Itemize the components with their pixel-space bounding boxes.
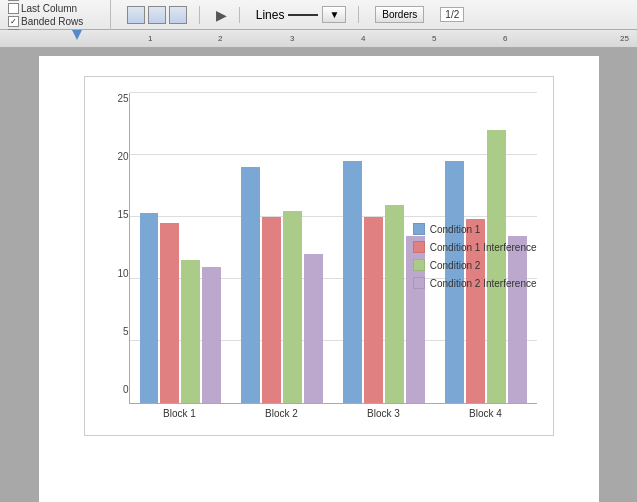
banded-rows-label: Banded Rows [21, 16, 83, 27]
legend-color-4 [413, 277, 425, 289]
x-label-4: Block 4 [445, 408, 527, 419]
table-style-icons [127, 6, 200, 24]
lines-section: Lines ▼ [256, 6, 360, 23]
style-icon-3[interactable] [169, 6, 187, 24]
ruler-mark-1: 1 [148, 34, 152, 43]
bar-3-2 [364, 217, 383, 403]
bar-1-2 [160, 223, 179, 403]
lines-label: Lines [256, 8, 285, 22]
header-row-checkbox[interactable]: ✓ [8, 0, 19, 1]
header-row-option[interactable]: ✓ Header Row [8, 0, 98, 1]
y-label-5: 5 [101, 326, 129, 337]
borders-label: Borders [382, 9, 417, 20]
last-column-label: Last Column [21, 3, 77, 14]
expand-arrow[interactable]: ▶ [216, 7, 240, 23]
legend-item-2: Condition 1 Interference [413, 241, 537, 253]
lines-dropdown-button[interactable]: ▼ [322, 6, 346, 23]
last-column-checkbox[interactable] [8, 3, 19, 14]
page-number: 1/2 [440, 7, 464, 22]
ruler-mark-end: 25 [620, 34, 629, 43]
x-label-3: Block 3 [343, 408, 425, 419]
bar-2-3 [283, 211, 302, 403]
legend-label-2: Condition 1 Interference [430, 242, 537, 253]
chart-container: 0 5 10 15 20 25 [84, 76, 554, 436]
y-label-25: 25 [101, 93, 129, 104]
page: 0 5 10 15 20 25 [39, 56, 599, 502]
bar-2-4 [304, 254, 323, 403]
bar-1-3 [181, 260, 200, 403]
ruler-mark-4: 4 [361, 34, 365, 43]
bar-group-1 [140, 93, 222, 403]
bar-2-2 [262, 217, 281, 403]
lines-preview [288, 14, 318, 16]
ruler-mark-5: 5 [432, 34, 436, 43]
banded-rows-option[interactable]: ✓ Banded Rows [8, 16, 98, 27]
y-label-20: 20 [101, 151, 129, 162]
ruler-mark-3: 3 [290, 34, 294, 43]
legend-label-3: Condition 2 [430, 260, 481, 271]
borders-button[interactable]: Borders [375, 6, 424, 23]
x-label-1: Block 1 [139, 408, 221, 419]
bar-group-2 [241, 93, 323, 403]
style-icon-2[interactable] [148, 6, 166, 24]
ruler-mark-6: 6 [503, 34, 507, 43]
legend-color-1 [413, 223, 425, 235]
y-label-15: 15 [101, 209, 129, 220]
last-column-option[interactable]: Last Column [8, 3, 98, 14]
legend-item-4: Condition 2 Interference [413, 277, 537, 289]
legend-color-2 [413, 241, 425, 253]
bar-2-1 [241, 167, 260, 403]
ruler-handle[interactable] [72, 30, 82, 40]
banded-rows-checkbox[interactable]: ✓ [8, 16, 19, 27]
x-label-2: Block 2 [241, 408, 323, 419]
legend-label-1: Condition 1 [430, 224, 481, 235]
ruler-mark-2: 2 [218, 34, 222, 43]
bar-1-4 [202, 267, 221, 403]
ruler: 1 2 3 4 5 6 25 [0, 30, 637, 48]
chart-inner: 0 5 10 15 20 25 [101, 93, 537, 419]
header-row-label: Header Row [21, 0, 77, 1]
toolbar: ✓ Header Row Last Column ✓ Banded Rows B… [0, 0, 637, 30]
y-label-0: 0 [101, 384, 129, 395]
y-axis: 0 5 10 15 20 25 [101, 93, 129, 419]
x-labels: Block 1 Block 2 Block 3 Block 4 [129, 404, 537, 419]
style-icon-1[interactable] [127, 6, 145, 24]
document-area: 0 5 10 15 20 25 [0, 48, 637, 502]
legend-item-3: Condition 2 [413, 259, 537, 271]
legend-label-4: Condition 2 Interference [430, 278, 537, 289]
legend: Condition 1 Condition 1 Interference Con… [413, 223, 537, 289]
bar-1-1 [140, 213, 159, 403]
legend-color-3 [413, 259, 425, 271]
bar-3-3 [385, 205, 404, 403]
y-label-10: 10 [101, 268, 129, 279]
bar-3-1 [343, 161, 362, 403]
legend-item-1: Condition 1 [413, 223, 537, 235]
